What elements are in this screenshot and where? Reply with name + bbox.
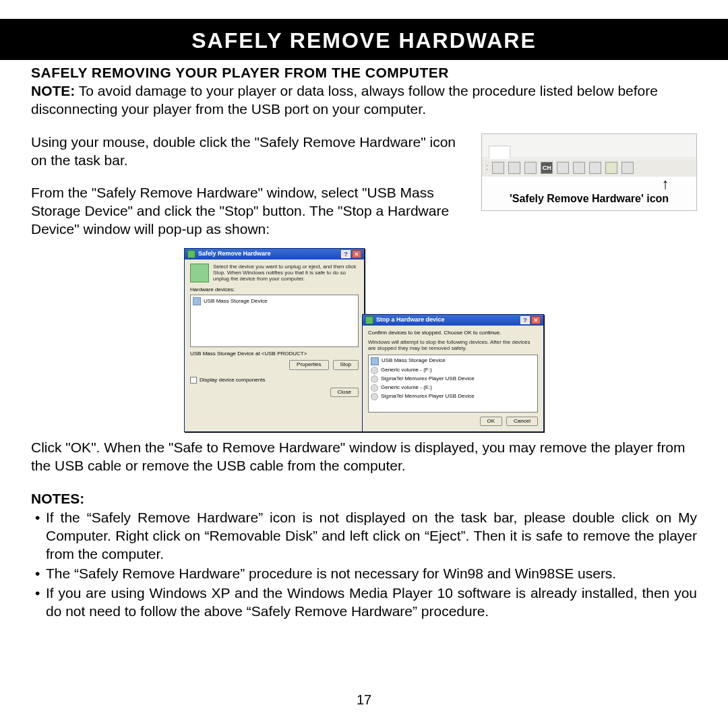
list-item[interactable]: SigmaTel Memorex Player USB Device: [381, 375, 475, 382]
note-paragraph: NOTE: To avoid damage to your player or …: [31, 82, 697, 119]
tray-generic-icon: [621, 162, 634, 174]
cancel-button[interactable]: Cancel: [506, 417, 538, 426]
description-text: Windows will attempt to stop the followi…: [368, 339, 538, 351]
volume-icon: [371, 393, 378, 400]
systray-caption: 'Safely Remove Hardware' icon: [482, 189, 696, 210]
note-label: NOTE:: [31, 83, 75, 98]
list-item[interactable]: USB Mass Storage Device: [382, 357, 446, 364]
list-item[interactable]: Generic volume - (F:): [381, 367, 432, 373]
safely-remove-hardware-dialog: Safely Remove Hardware ? × Select the de…: [184, 248, 365, 432]
dialog-title-text: Safely Remove Hardware: [198, 250, 340, 258]
confirm-text: Confirm devices to be stopped. Choose OK…: [368, 330, 538, 336]
tray-generic-icon: [573, 162, 585, 174]
tray-ch-icon: CH: [541, 162, 553, 174]
note-text: To avoid damage to your player or data l…: [31, 83, 658, 117]
dialog-description: Select the device you want to unplug or …: [213, 264, 359, 282]
tray-generic-icon: [508, 162, 520, 174]
dialog-icon: [365, 316, 373, 324]
tray-generic-icon: [557, 162, 569, 174]
properties-button[interactable]: Properties: [289, 360, 328, 369]
hardware-devices-label: Hardware devices:: [190, 286, 359, 293]
close-button[interactable]: ×: [531, 316, 541, 324]
display-components-label: Display device components: [200, 377, 265, 384]
dialog-title-text: Stop a Hardware device: [376, 316, 519, 324]
display-components-checkbox[interactable]: [190, 377, 197, 384]
paragraph-3: Click "OK". When the "Safe to Remove Har…: [31, 439, 697, 475]
page-number: 17: [0, 692, 728, 708]
list-item[interactable]: SigmaTel Memorex Player USB Device: [381, 393, 475, 400]
note-item: The “Safely Remove Hardware” procedure i…: [31, 565, 697, 583]
close-dialog-button[interactable]: Close: [330, 388, 359, 397]
stop-button[interactable]: Stop: [333, 360, 359, 369]
notes-list: If the “Safely Remove Hardware” icon is …: [31, 509, 697, 620]
tray-generic-icon: [589, 162, 601, 174]
tray-generic-icon: [492, 162, 504, 174]
tray-generic-icon: [524, 162, 537, 174]
device-icon: [193, 297, 201, 305]
stop-device-list[interactable]: USB Mass Storage Device Generic volume -…: [368, 355, 538, 413]
stop-hardware-device-dialog: Stop a Hardware device ? × Confirm devic…: [362, 314, 544, 432]
help-button[interactable]: ?: [341, 250, 351, 258]
note-item: If the “Safely Remove Hardware” icon is …: [31, 509, 697, 564]
hardware-device-list[interactable]: USB Mass Storage Device: [190, 295, 359, 347]
safely-remove-hardware-icon[interactable]: [605, 162, 617, 174]
help-button[interactable]: ?: [520, 316, 530, 324]
notes-heading: NOTES:: [31, 490, 697, 508]
dialog-titlebar[interactable]: Safely Remove Hardware ? ×: [185, 249, 364, 260]
device-at-label: USB Mass Storage Device at <USB PRODUCT>: [190, 351, 359, 357]
note-item: If you are using Windows XP and the Wind…: [31, 584, 697, 621]
dialog-titlebar[interactable]: Stop a Hardware device ? ×: [363, 315, 543, 326]
close-button[interactable]: ×: [352, 250, 361, 258]
ok-button[interactable]: OK: [480, 417, 503, 426]
eject-icon: [190, 264, 209, 282]
dialog-icon: [187, 250, 195, 258]
pointer-arrow-icon: ↑: [634, 178, 696, 190]
section-subhead: SAFELY REMOVING YOUR PLAYER FROM THE COM…: [31, 64, 697, 82]
device-item[interactable]: USB Mass Storage Device: [204, 298, 268, 305]
list-item[interactable]: Generic volume - (E:): [381, 384, 432, 391]
page-content: SAFELY REMOVING YOUR PLAYER FROM THE COM…: [0, 64, 728, 621]
volume-icon: [371, 367, 378, 374]
paragraph-2: From the "Safely Remove Hardware" window…: [31, 184, 469, 239]
device-icon: [371, 357, 379, 365]
volume-icon: [371, 375, 378, 383]
volume-icon: [371, 384, 378, 392]
page-banner: SAFELY REMOVE HARDWARE: [0, 19, 728, 60]
paragraph-1: Using your mouse, double click the "Safe…: [31, 133, 469, 170]
systray-figure: : CH ↑ 'Safely Remove Hardware' icon: [481, 133, 697, 211]
